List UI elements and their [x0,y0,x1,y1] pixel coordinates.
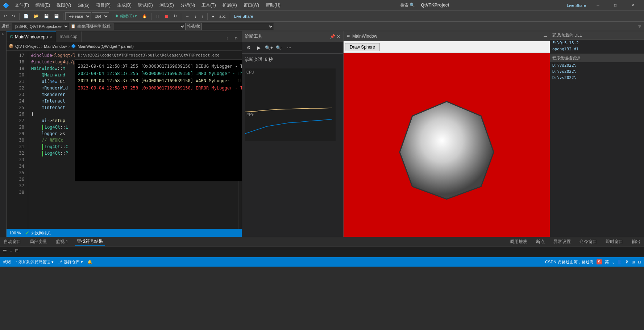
bottom-tab-callstack[interactable]: 调用堆栈 [508,238,529,246]
step-into-button[interactable]: ↓ [192,13,199,19]
stop-button[interactable]: ⏹ [162,13,171,19]
menu-debug[interactable]: 调试(D) [136,1,155,9]
callstack-select[interactable] [201,23,274,30]
tab-mainwindow-close[interactable]: × [50,35,52,39]
grid-icon: ⊞ [632,260,635,264]
menu-build[interactable]: 生成(B) [115,1,134,9]
zoom-level: 100 % [9,231,21,235]
bottom-tab-autownd[interactable]: 自动窗口 [1,238,23,246]
code-editor[interactable]: 17 18 19 20 21 22 23 24 25 26 27 28 29 3… [7,51,242,229]
configuration-dropdown[interactable]: Release [65,12,91,20]
diag-process-btn[interactable]: ▶ [254,43,263,52]
menu-project[interactable]: 项目(P) [94,1,113,9]
tab-settings-btn[interactable]: ⚙ [232,34,240,42]
diag-pin-btn[interactable]: 📌 [330,34,335,39]
bottom-tab-exceptions[interactable]: 异常设置 [551,238,573,246]
diag-more-btn[interactable]: ⋯ [285,43,294,52]
status-bar: 就绪 ↑ 添加到源代码管理 ▾ ⎇ 选择仓库 ▾ 🔔 CSDN @路过山河，路过… [0,257,644,267]
select-repo-btn[interactable]: ⎇ 选择仓库 ▾ [58,259,83,265]
bottom-tab-cmdwnd[interactable]: 命令窗口 [577,238,599,246]
app-icon: 🔷 [3,3,9,8]
save-button[interactable]: 💾 [42,13,51,19]
menu-tools[interactable]: 工具(T) [199,1,218,9]
menu-test[interactable]: 测试(S) [157,1,176,9]
menu-edit[interactable]: 编辑(E) [33,1,52,9]
bottom-tab-immwnd[interactable]: 即时窗口 [603,238,625,246]
live-share-toolbar-btn[interactable]: Live Share [232,13,255,19]
new-button[interactable]: 📄 [21,13,31,19]
pause-button[interactable]: ⏸ [153,13,162,19]
not-found-status: ✔ 未找到相关 [25,230,51,236]
continue-button[interactable]: ▶ 继续(C) ▾ [113,13,139,20]
close-button[interactable]: ✕ [624,0,641,11]
preview-title-bar: 🖥 MainWindow ─ [344,31,550,41]
notification-icon[interactable]: 🔔 [87,260,92,264]
thread-select[interactable] [113,23,186,30]
tab-mainwindow-cpp[interactable]: C MainWindow.cpp × [7,32,56,42]
breadcrumb-method[interactable]: 🔷 MainWindow(QWidget * parent) [71,44,134,49]
open-button[interactable]: 📂 [32,13,41,19]
bottom-tab-locals[interactable]: 局部变量 [28,238,49,246]
toolbar-separator [19,13,20,20]
bottom-tab-findsymbol[interactable]: 查找符号结果 [75,238,105,246]
diag-zoom-in-btn[interactable]: 🔍+ [265,43,273,52]
menu-view[interactable]: 视图(V) [54,1,73,9]
status-text: 就绪 [3,259,11,265]
breadcrumb-class[interactable]: MainWindow [44,44,67,49]
step-out-button[interactable]: ↑ [199,13,206,19]
bottom-tab-bar: 自动窗口 局部变量 监视 1 查找符号结果 调用堆栈 断点 异常设置 命令窗口 … [0,237,644,246]
menu-help[interactable]: 帮助(H) [263,1,283,9]
redo-button[interactable]: ↪ [10,13,17,19]
toolbar-separator-2 [63,13,63,20]
maximize-button[interactable]: □ [607,0,624,11]
toolbar2-chevron[interactable]: ▼ [637,23,643,30]
menu-analysis[interactable]: 分析(N) [178,1,198,9]
bottom-tab-output[interactable]: 输出 [630,238,643,246]
bottom-tab-breakpoints[interactable]: 断点 [534,238,547,246]
preview-title: 🖥 MainWindow [346,34,377,39]
restart-button[interactable]: ↻ [171,13,179,19]
menu-file[interactable]: 文件(F) [13,1,31,9]
diag-zoom-out-btn[interactable]: 🔍- [275,43,283,52]
minimize-button[interactable]: ─ [590,0,606,11]
breakpoint-button[interactable]: ● [209,13,216,19]
resource-panel: 延迟/加载的 DLL F:\Qt5.15.2 opengl32.dl 程序集链接… [550,31,644,237]
breakpoint-gutter[interactable] [7,51,14,229]
preview-content: Draw Sphere [344,41,550,237]
find-symbol-filter-icon: ⊟ [15,248,18,253]
hot-reload-button[interactable]: 🔥 [140,13,149,19]
resource-item-5: D:\vs2022\ [550,75,644,81]
breadcrumb-project[interactable]: 📦 QtVTKProject [9,44,40,49]
menu-window[interactable]: 窗口(W) [241,1,261,9]
draw-sphere-button[interactable]: Draw Sphere [345,43,380,51]
user-avatar: 👤 [617,260,622,264]
tab-main-cpp[interactable]: main.cpp [56,32,82,42]
preview-minimize-btn[interactable]: ─ [544,34,547,39]
log-line-2: 2023-09-04 12:58:37.255 [0x0000017169639… [78,70,242,77]
step-over-button[interactable]: → [183,13,191,19]
save-all-button[interactable]: 💾 [52,13,61,19]
window-icon: 🖥 [346,34,350,38]
project-icon: 📦 [9,44,14,49]
undo-button[interactable]: ↩ [1,13,9,19]
menu-extensions[interactable]: 扩展(X) [220,1,239,9]
split-editor-btn[interactable]: ↕ [224,34,231,42]
diagnostics-toolbar: ⚙ ▶ 🔍+ 🔍- ⋯ [242,42,343,54]
keyboard-special: ·, [612,260,614,264]
process-select[interactable]: [23940] QtVTKProject.exe [12,23,69,30]
autos-button[interactable]: abc [217,13,228,19]
diag-close-btn[interactable]: ✕ [337,34,340,39]
platform-dropdown[interactable]: x64 [92,12,109,20]
resource-header-dll: 延迟/加载的 DLL [550,31,644,40]
add-to-source-btn[interactable]: ↑ 添加到源代码管理 ▾ [15,259,54,265]
vtk-render-canvas [344,53,550,237]
log-line-4: 2023-09-04 12:58:37.258 [0x0000017169639… [78,84,242,92]
resource-header-asm: 程序集链接资源 [550,54,644,62]
mic-icon: 🎙 [625,260,629,264]
menu-git[interactable]: Git(G) [75,2,92,9]
log-line-1: 2023-09-04 12:58:37.255 [0x0000017169639… [78,63,242,70]
diag-settings-btn[interactable]: ⚙ [244,43,253,52]
main-area: ◀ C MainWindow.cpp × main.cpp ↕ ⚙ 📦 QtVT… [0,31,644,237]
live-share-btn[interactable]: Live Share [567,3,586,8]
bottom-tab-watch[interactable]: 监视 1 [54,238,70,246]
